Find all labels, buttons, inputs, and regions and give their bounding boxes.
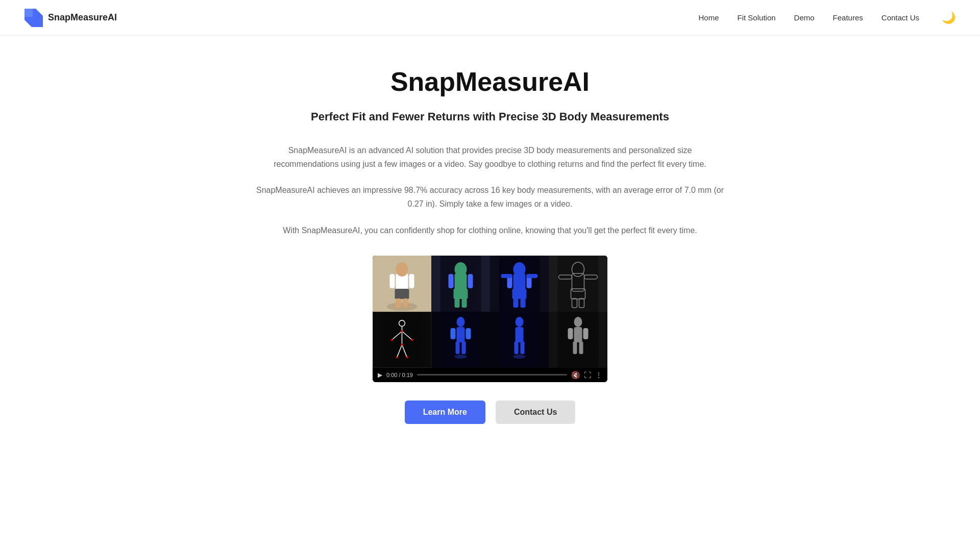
svg-marker-1 [24, 9, 33, 17]
svg-rect-66 [574, 327, 582, 342]
svg-point-46 [391, 339, 393, 341]
fullscreen-icon[interactable]: ⛶ [584, 371, 591, 379]
svg-rect-9 [390, 274, 395, 288]
svg-rect-56 [466, 328, 471, 339]
svg-rect-27 [501, 274, 512, 278]
svg-point-47 [411, 339, 413, 341]
nav-contact-us[interactable]: Contact Us [881, 13, 919, 22]
svg-rect-18 [468, 274, 473, 288]
svg-rect-13 [454, 289, 468, 299]
video-cell-skeleton [373, 312, 431, 368]
nav-links: Home Fit Solution Demo Features Contact … [699, 11, 955, 24]
video-grid [373, 256, 607, 368]
svg-point-51 [457, 317, 465, 327]
svg-rect-68 [579, 341, 583, 354]
svg-rect-16 [462, 298, 467, 308]
svg-rect-52 [457, 327, 465, 342]
svg-rect-62 [521, 341, 525, 354]
svg-rect-53 [456, 341, 460, 354]
video-cell-dark-blue [490, 256, 549, 312]
svg-rect-28 [527, 274, 538, 278]
svg-point-45 [401, 344, 403, 346]
nav-features[interactable]: Features [833, 13, 863, 22]
svg-rect-61 [514, 341, 519, 354]
svg-point-44 [401, 330, 403, 332]
svg-rect-15 [455, 298, 460, 308]
svg-rect-17 [449, 274, 454, 288]
side-figure-2 [490, 312, 549, 368]
navbar: SnapMeasureAI Home Fit Solution Demo Fea… [0, 0, 980, 36]
svg-point-22 [513, 262, 526, 277]
main-content: SnapMeasureAI Perfect Fit and Fewer Retu… [245, 36, 735, 465]
svg-point-6 [396, 262, 408, 277]
video-cell-grey [549, 256, 607, 312]
description-2: SnapMeasureAI achieves an impressive 98.… [255, 183, 725, 211]
svg-point-49 [406, 356, 408, 358]
svg-point-48 [396, 356, 398, 358]
person-figure [373, 256, 431, 312]
grey-figure-2 [549, 312, 607, 368]
svg-rect-29 [558, 256, 599, 312]
dark-mode-toggle[interactable]: 🌙 [942, 11, 955, 24]
nav-fit-solution[interactable]: Fit Solution [738, 13, 776, 22]
blue-figure [490, 256, 549, 312]
learn-more-button[interactable]: Learn More [405, 400, 485, 424]
svg-point-65 [574, 317, 582, 327]
svg-rect-24 [521, 298, 526, 308]
svg-rect-54 [462, 341, 466, 354]
volume-icon[interactable]: 🔇 [571, 371, 580, 379]
logo[interactable]: SnapMeasureAI [24, 9, 117, 27]
svg-point-14 [455, 262, 467, 277]
video-cell-blue-overlay [431, 256, 490, 312]
svg-rect-70 [583, 328, 589, 339]
more-options-icon[interactable]: ⋮ [595, 371, 602, 379]
progress-bar[interactable] [417, 374, 567, 375]
video-cell-person [373, 256, 431, 312]
svg-point-57 [455, 355, 467, 359]
contact-us-button[interactable]: Contact Us [496, 400, 575, 424]
svg-point-59 [516, 317, 524, 327]
video-controls: ▶ 0:00 / 0:19 🔇 ⛶ ⋮ [373, 368, 607, 382]
svg-rect-8 [403, 298, 408, 308]
description-1: SnapMeasureAI is an advanced AI solution… [255, 143, 725, 171]
description-3: With SnapMeasureAI, you can confidently … [255, 223, 725, 237]
svg-rect-7 [396, 298, 401, 308]
svg-rect-10 [409, 274, 414, 288]
svg-rect-67 [573, 341, 577, 354]
svg-rect-21 [512, 289, 527, 299]
side-figure-1 [431, 312, 490, 368]
button-group: Learn More Contact Us [255, 400, 725, 424]
logo-text: SnapMeasureAI [48, 12, 117, 23]
svg-rect-60 [516, 327, 524, 342]
video-cell-grey2 [549, 312, 607, 368]
nav-home[interactable]: Home [699, 13, 719, 22]
svg-rect-55 [451, 328, 456, 339]
blue-overlay-figure [431, 256, 490, 312]
svg-point-3 [387, 303, 418, 311]
video-container: ▶ 0:00 / 0:19 🔇 ⛶ ⋮ [373, 256, 607, 382]
logo-icon [24, 9, 43, 27]
skeleton-figure [373, 312, 431, 367]
grey-figure [549, 256, 607, 312]
svg-rect-5 [395, 289, 409, 299]
play-icon[interactable]: ▶ [378, 371, 382, 379]
video-cell-side2 [490, 312, 549, 368]
svg-point-63 [513, 355, 526, 359]
svg-rect-23 [513, 298, 519, 308]
video-time: 0:00 / 0:19 [386, 372, 413, 378]
page-subtitle: Perfect Fit and Fewer Returns with Preci… [255, 109, 725, 125]
page-title: SnapMeasureAI [255, 66, 725, 97]
svg-rect-69 [568, 328, 573, 339]
nav-demo[interactable]: Demo [794, 13, 815, 22]
video-cell-side1 [431, 312, 490, 368]
